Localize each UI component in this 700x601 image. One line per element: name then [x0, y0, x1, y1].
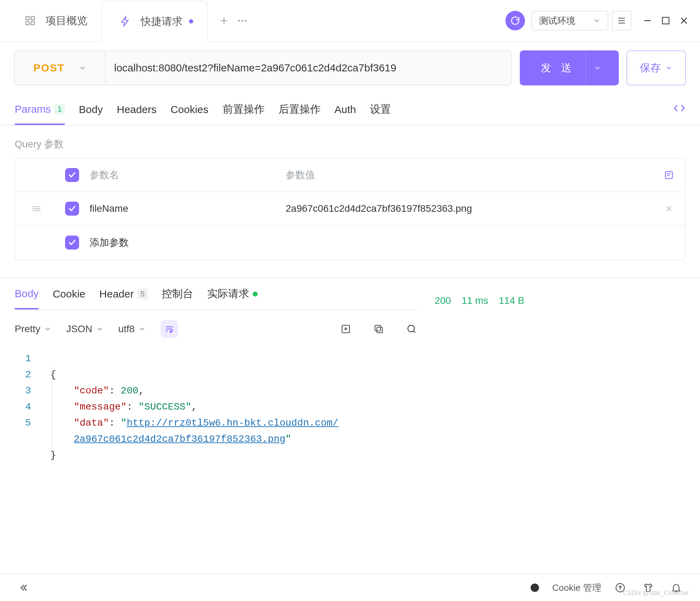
col-name-header: 参数名 — [87, 168, 283, 182]
view-pretty-select[interactable]: Pretty — [15, 323, 51, 335]
resp-tab-console-label: 控制台 — [162, 287, 193, 301]
line-number: 5 — [25, 415, 31, 431]
tab-post-request[interactable]: 后置操作 — [279, 94, 321, 125]
save-label: 保存 — [640, 61, 661, 75]
maximize-icon[interactable] — [657, 12, 675, 30]
resp-tab-console[interactable]: 控制台 — [162, 278, 193, 309]
resp-tab-cookie-label: Cookie — [52, 288, 85, 300]
wrap-lines-button[interactable] — [161, 320, 178, 338]
environment-select[interactable]: 测试环境 — [531, 11, 608, 30]
code-content: { "code": 200, "message": "SUCCESS", "da… — [38, 348, 338, 482]
row-checkbox[interactable] — [57, 236, 87, 250]
tab-project-overview[interactable]: 项目概览 — [7, 0, 102, 41]
save-button[interactable]: 保存 — [626, 50, 686, 85]
json-url[interactable]: 2a967c061c2d4d2ca7bf36197f852363.png — [74, 434, 286, 445]
chevron-down-icon — [96, 325, 104, 333]
param-value-cell[interactable]: 2a967c061c2d4d2ca7bf36197f852363.png — [283, 203, 653, 214]
tab-auth-label: Auth — [335, 104, 356, 116]
tab-cookies[interactable]: Cookies — [170, 95, 208, 124]
resp-tab-header-label: Header — [99, 288, 134, 300]
chevron-down-icon — [593, 17, 601, 25]
svg-rect-8 — [665, 172, 672, 179]
collapse-sidebar-icon[interactable] — [15, 579, 33, 597]
svg-point-12 — [408, 325, 414, 332]
drag-handle-icon[interactable] — [15, 203, 57, 215]
svg-rect-2 — [26, 22, 29, 25]
tab-params[interactable]: Params 1 — [15, 95, 65, 125]
tab-body[interactable]: Body — [79, 95, 103, 124]
status-time: 11 ms — [462, 295, 488, 306]
tab-body-label: Body — [79, 104, 103, 116]
request-subtabs: Params 1 Body Headers Cookies 前置操作 后置操作 … — [0, 94, 700, 126]
cookie-dot-icon — [531, 583, 539, 592]
encoding-select[interactable]: utf8 — [118, 323, 146, 335]
param-name-cell[interactable]: fileName — [87, 203, 283, 214]
refresh-button[interactable] — [505, 11, 525, 30]
bulk-edit-icon[interactable] — [653, 170, 685, 180]
json-key: "message" — [74, 401, 127, 412]
add-param-placeholder[interactable]: 添加参数 — [87, 236, 283, 249]
params-count-badge: 1 — [54, 104, 65, 114]
format-json-select[interactable]: JSON — [66, 323, 104, 335]
json-url[interactable]: http://rrz0tl5w6.hn-bkt.clouddn.com/ — [127, 418, 338, 428]
svg-point-5 — [241, 20, 243, 21]
download-icon[interactable] — [337, 320, 355, 338]
response-toolbar: Pretty JSON utf8 — [15, 310, 421, 348]
svg-point-4 — [238, 20, 240, 21]
tab-headers-label: Headers — [117, 104, 156, 116]
send-button[interactable]: 发 送 — [520, 50, 619, 85]
code-icon[interactable] — [673, 94, 685, 125]
response-tabs: Body Cookie Header 5 控制台 实际请求 — [15, 278, 421, 310]
tab-pre-label: 前置操作 — [223, 102, 265, 117]
json-key: "data" — [74, 418, 109, 428]
resp-tab-body[interactable]: Body — [15, 279, 38, 309]
row-checkbox[interactable] — [57, 202, 87, 216]
svg-rect-7 — [663, 18, 669, 24]
resp-tab-cookie[interactable]: Cookie — [52, 280, 85, 308]
lightning-icon — [116, 12, 134, 30]
resp-tab-header[interactable]: Header 5 — [99, 280, 148, 308]
row-remove-icon[interactable] — [653, 204, 685, 213]
chevron-down-icon — [594, 64, 601, 72]
grid-icon — [21, 12, 39, 30]
more-tabs-icon[interactable] — [233, 12, 251, 30]
response-body-viewer[interactable]: 1 2 3 4 5 { "code": 200, "message": "SUC… — [15, 348, 421, 482]
close-icon[interactable] — [675, 12, 693, 30]
tab-auth[interactable]: Auth — [335, 95, 356, 124]
json-key: "code" — [74, 385, 109, 396]
cookie-manage-link[interactable]: Cookie 管理 — [552, 582, 601, 594]
resp-tab-actual[interactable]: 实际请求 — [207, 278, 258, 309]
svg-rect-1 — [31, 16, 34, 20]
watermark: CSDN @Star_Collecter — [623, 589, 689, 597]
copy-icon[interactable] — [370, 320, 388, 338]
json-quote: " — [121, 418, 127, 428]
tab-settings-label: 设置 — [370, 102, 391, 117]
chevron-down-icon — [79, 64, 86, 72]
url-input[interactable] — [106, 51, 511, 85]
environment-label: 测试环境 — [539, 15, 575, 27]
tab-quick-request[interactable]: 快捷请求 — [102, 1, 208, 42]
tab-pre-request[interactable]: 前置操作 — [223, 94, 265, 125]
bottom-bar: Cookie 管理 — [0, 574, 700, 601]
top-tabbar: 项目概览 快捷请求 测试环境 — [0, 0, 700, 42]
svg-point-6 — [245, 20, 246, 21]
encoding-label: utf8 — [118, 323, 135, 335]
method-select[interactable]: POST — [15, 51, 106, 85]
minimize-icon[interactable] — [638, 12, 657, 30]
tab-cookies-label: Cookies — [170, 104, 208, 116]
code-gutter: 1 2 3 4 5 — [15, 348, 38, 482]
tab-settings[interactable]: 设置 — [370, 94, 391, 125]
new-tab-button[interactable] — [215, 12, 233, 30]
search-icon[interactable] — [402, 320, 421, 338]
tab-headers[interactable]: Headers — [117, 95, 156, 124]
params-table: 参数名 参数值 fileName 2a967c061c2d4d2ca7bf361… — [15, 158, 685, 260]
table-row-add[interactable]: 添加参数 — [15, 226, 685, 259]
json-quote: " — [286, 434, 292, 445]
line-number: 4 — [25, 399, 31, 415]
select-all-checkbox[interactable] — [57, 168, 87, 182]
tab-post-label: 后置操作 — [279, 102, 321, 117]
svg-rect-11 — [375, 325, 380, 331]
response-panel: Body Cookie Header 5 控制台 实际请求 Pretty — [0, 278, 700, 574]
menu-button[interactable] — [612, 11, 631, 30]
status-dot-icon — [253, 292, 258, 296]
